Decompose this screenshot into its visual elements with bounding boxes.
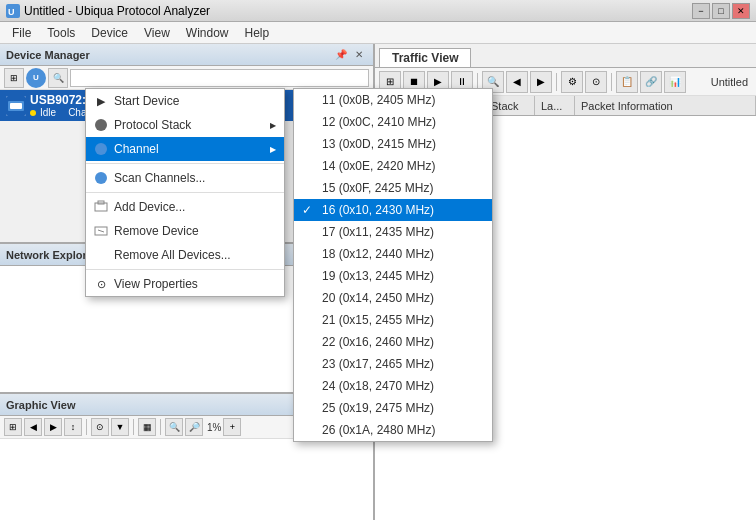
network-explorer-title: Network Explorer	[6, 249, 97, 261]
channel-label-15: 15 (0x0F, 2425 MHz)	[322, 181, 433, 195]
tv-sep2	[556, 73, 557, 91]
device-manager-tools: 📌 ✕	[333, 47, 367, 63]
menu-file[interactable]: File	[4, 24, 39, 42]
gv-btn4[interactable]: ↕	[64, 418, 82, 436]
pin-button[interactable]: 📌	[333, 47, 349, 63]
device-manager-header: Device Manager 📌 ✕	[0, 44, 373, 66]
gv-layout-btn[interactable]: ▦	[138, 418, 156, 436]
gv-plus[interactable]: +	[223, 418, 241, 436]
channel-label-23: 23 (0x17, 2465 MHz)	[322, 357, 434, 371]
tv-btn11[interactable]: 🔗	[640, 71, 662, 93]
close-panel-button[interactable]: ✕	[351, 47, 367, 63]
gv-network-btn[interactable]: ⊙	[91, 418, 109, 436]
dm-search-box[interactable]	[70, 69, 369, 87]
traffic-view-tab[interactable]: Traffic View	[379, 48, 471, 67]
channel-item-18[interactable]: 18 (0x12, 2440 MHz)	[294, 243, 492, 265]
gv-zoom-out[interactable]: 🔎	[185, 418, 203, 436]
menu-window[interactable]: Window	[178, 24, 237, 42]
tv-btn9[interactable]: ⊙	[585, 71, 607, 93]
channel-label-16: 16 (0x10, 2430 MHz)	[322, 203, 434, 217]
channel-item-19[interactable]: 19 (0x13, 2445 MHz)	[294, 265, 492, 287]
menu-tools[interactable]: Tools	[39, 24, 83, 42]
channel-label-13: 13 (0x0D, 2415 MHz)	[322, 137, 436, 151]
channel-label-20: 20 (0x14, 2450 MHz)	[322, 291, 434, 305]
channel-item-17[interactable]: 17 (0x11, 2435 MHz)	[294, 221, 492, 243]
status-text: Idle	[40, 107, 56, 118]
svg-line-8	[98, 230, 104, 232]
context-menu: ▶ Start Device Protocol Stack Channel Sc…	[85, 88, 285, 297]
menu-device[interactable]: Device	[83, 24, 136, 42]
menu-start-device[interactable]: ▶ Start Device	[86, 89, 284, 113]
channel-item-26[interactable]: 26 (0x1A, 2480 MHz)	[294, 419, 492, 441]
tv-btn6[interactable]: ◀	[506, 71, 528, 93]
channel-label-18: 18 (0x12, 2440 MHz)	[322, 247, 434, 261]
channel-label-22: 22 (0x16, 2460 MHz)	[322, 335, 434, 349]
gv-btn3[interactable]: ▶	[44, 418, 62, 436]
menu-protocol-stack[interactable]: Protocol Stack	[86, 113, 284, 137]
channel-label-21: 21 (0x15, 2455 MHz)	[322, 313, 434, 327]
tv-btn10[interactable]: 📋	[616, 71, 638, 93]
dm-search[interactable]: 🔍	[48, 68, 68, 88]
gv-btn1[interactable]: ⊞	[4, 418, 22, 436]
dm-tool2: U	[26, 68, 46, 88]
channel-label-25: 25 (0x19, 2475 MHz)	[322, 401, 434, 415]
traffic-view-tab-bar: Traffic View	[375, 44, 756, 68]
maximize-button[interactable]: □	[712, 3, 730, 19]
status-indicator	[30, 110, 36, 116]
minimize-button[interactable]: −	[692, 3, 710, 19]
tv-btn8[interactable]: ⚙	[561, 71, 583, 93]
title-bar-controls: − □ ✕	[692, 3, 750, 19]
menu-channel[interactable]: Channel	[86, 137, 284, 161]
tv-sep3	[611, 73, 612, 91]
menu-scan-channels[interactable]: Scan Channels...	[86, 166, 284, 190]
channel-item-11[interactable]: 11 (0x0B, 2405 MHz)	[294, 89, 492, 111]
channel-item-21[interactable]: 21 (0x15, 2455 MHz)	[294, 309, 492, 331]
channel-item-24[interactable]: 24 (0x18, 2470 MHz)	[294, 375, 492, 397]
channel-item-14[interactable]: 14 (0x0E, 2420 MHz)	[294, 155, 492, 177]
channel-item-25[interactable]: 25 (0x19, 2475 MHz)	[294, 397, 492, 419]
title-bar: U Untitled - Ubiqua Protocol Analyzer − …	[0, 0, 756, 22]
channel-item-20[interactable]: 20 (0x14, 2450 MHz)	[294, 287, 492, 309]
channel-item-16[interactable]: ✓16 (0x10, 2430 MHz)	[294, 199, 492, 221]
channel-item-12[interactable]: 12 (0x0C, 2410 MHz)	[294, 111, 492, 133]
app-icon: U	[6, 4, 20, 18]
close-button[interactable]: ✕	[732, 3, 750, 19]
menu-remove-device[interactable]: Remove Device	[86, 219, 284, 243]
menu-add-device[interactable]: Add Device...	[86, 195, 284, 219]
channel-item-22[interactable]: 22 (0x16, 2460 MHz)	[294, 331, 492, 353]
gv-btn5[interactable]: ▼	[111, 418, 129, 436]
gv-zoom-in[interactable]: 🔍	[165, 418, 183, 436]
separator2	[133, 419, 134, 435]
graphic-view-canvas	[0, 439, 373, 520]
channel-label-11: 11 (0x0B, 2405 MHz)	[322, 93, 435, 107]
col-la: La...	[535, 96, 575, 115]
tv-btn7[interactable]: ▶	[530, 71, 552, 93]
remove-device-icon	[92, 222, 110, 240]
menu-view-properties[interactable]: ⊙ View Properties	[86, 272, 284, 296]
selected-check-icon: ✓	[302, 203, 312, 217]
col-packet-info: Packet Information	[575, 96, 756, 115]
channel-item-23[interactable]: 23 (0x17, 2465 MHz)	[294, 353, 492, 375]
menu-remove-all-devices[interactable]: Remove All Devices...	[86, 243, 284, 267]
traffic-view-title: Untitled	[711, 76, 752, 88]
channel-label-26: 26 (0x1A, 2480 MHz)	[322, 423, 435, 437]
dm-tool1[interactable]: ⊞	[4, 68, 24, 88]
separator1	[86, 419, 87, 435]
menu-separator3	[86, 269, 284, 270]
menu-view[interactable]: View	[136, 24, 178, 42]
channel-item-15[interactable]: 15 (0x0F, 2425 MHz)	[294, 177, 492, 199]
device-manager-title: Device Manager	[6, 49, 90, 61]
graphic-view-title: Graphic View	[6, 399, 76, 411]
menu-help[interactable]: Help	[237, 24, 278, 42]
channel-submenu: 11 (0x0B, 2405 MHz)12 (0x0C, 2410 MHz)13…	[293, 88, 493, 442]
tv-btn12[interactable]: 📊	[664, 71, 686, 93]
separator3	[160, 419, 161, 435]
gv-zoom-level: 1%	[207, 422, 221, 433]
scan-icon	[92, 169, 110, 187]
svg-text:U: U	[8, 7, 15, 17]
channel-item-13[interactable]: 13 (0x0D, 2415 MHz)	[294, 133, 492, 155]
channel-label-19: 19 (0x13, 2445 MHz)	[322, 269, 434, 283]
channel-label-14: 14 (0x0E, 2420 MHz)	[322, 159, 435, 173]
gv-btn2[interactable]: ◀	[24, 418, 42, 436]
channel-icon	[92, 140, 110, 158]
